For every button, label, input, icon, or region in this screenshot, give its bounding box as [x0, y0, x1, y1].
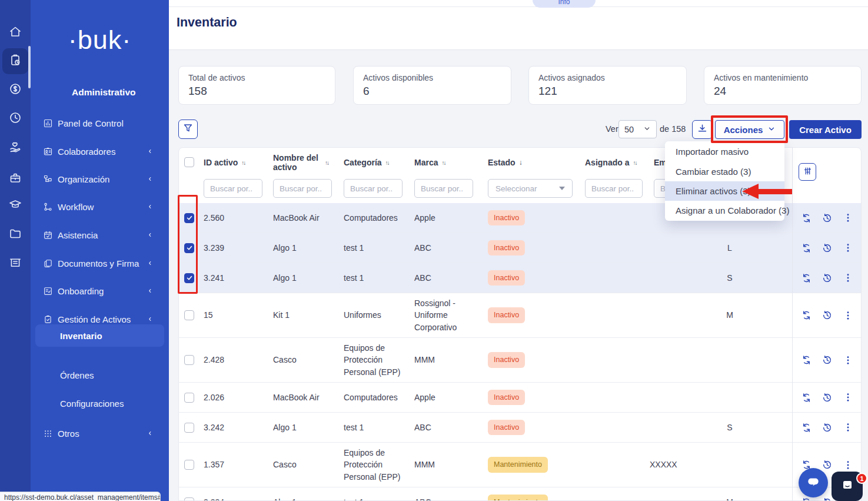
download-button[interactable]	[692, 120, 713, 139]
time-clock-icon	[8, 111, 22, 127]
history-icon[interactable]	[820, 241, 834, 255]
rail-item-home-icon[interactable]	[0, 20, 31, 46]
cell-marca: MMM	[414, 338, 482, 382]
crear-activo-button[interactable]: Crear Activo	[789, 120, 862, 139]
change-status-icon[interactable]	[799, 353, 813, 367]
filter-input[interactable]	[414, 179, 473, 198]
cell-id-activo: 3.242	[204, 413, 265, 442]
rail-item-time-clock-icon[interactable]	[0, 106, 31, 132]
history-icon[interactable]	[820, 271, 834, 285]
stat-value: 6	[363, 85, 501, 98]
cell-talla	[711, 338, 748, 382]
chevron-left-icon	[147, 287, 153, 294]
row-checkbox[interactable]	[184, 393, 194, 403]
filter-button[interactable]	[178, 120, 198, 139]
rail-item-asset-clipboard-icon[interactable]	[0, 48, 31, 74]
menu-item-asignar-a-un-colaborador-3[interactable]: Asignar a un Colaborador (3)	[665, 201, 784, 220]
more-options-icon[interactable]	[841, 420, 855, 434]
history-icon[interactable]	[820, 211, 834, 225]
sort-icon: ↑↓	[441, 160, 445, 166]
change-status-icon[interactable]	[799, 308, 813, 323]
column-header-categori-a[interactable]: Categoría↑↓	[344, 148, 410, 177]
page-size-select[interactable]: 50	[618, 120, 657, 138]
sidebar-item-asistencia[interactable]: Asistencia	[31, 223, 169, 247]
cell-categoria: Uniformes	[344, 293, 410, 337]
history-icon[interactable]	[820, 420, 834, 434]
cell-id-activo: 3.241	[204, 263, 265, 293]
chat-launcher-button[interactable]	[799, 468, 828, 497]
more-options-icon[interactable]	[841, 353, 855, 367]
sidebar-subitem-o-rdenes[interactable]: Órdenes	[35, 364, 164, 386]
history-icon[interactable]	[820, 353, 834, 367]
sidebar: ·buk· Administrativo Panel de Control Co…	[31, 0, 169, 501]
more-options-icon[interactable]	[841, 271, 855, 285]
dashboard-icon	[42, 118, 53, 128]
history-icon[interactable]	[820, 308, 834, 323]
rail-item-benefits-hand-heart-icon[interactable]	[0, 135, 31, 161]
cell-empresa	[650, 383, 714, 412]
cell-marca: MMM	[414, 443, 482, 487]
history-icon[interactable]	[820, 458, 834, 472]
sidebar-item-colaboradores[interactable]: Colaboradores	[31, 140, 169, 163]
sidebar-item-onboarding[interactable]: Onboarding	[31, 279, 169, 303]
column-header-nombre-del-activo[interactable]: Nombre del activo↑↓	[273, 148, 330, 177]
status-badge: Inactivo	[488, 210, 525, 225]
sidebar-item-documentos-y-firma[interactable]: Documentos y Firma	[31, 251, 169, 275]
more-options-icon[interactable]	[841, 458, 855, 472]
sidebar-subitem-inventario[interactable]: Inventario	[35, 324, 164, 347]
cell-id-activo: 2.026	[204, 383, 265, 412]
history-icon[interactable]	[820, 390, 834, 404]
column-header-asignado-a[interactable]: Asignado a↑↓	[585, 148, 647, 177]
cell-talla: L	[711, 233, 748, 263]
row-checkbox[interactable]	[184, 310, 194, 320]
rail-item-files-folder-icon[interactable]	[0, 222, 31, 248]
filter-input[interactable]	[585, 179, 643, 198]
column-header-marca[interactable]: Marca↑↓	[414, 148, 482, 177]
filter-input[interactable]	[273, 179, 332, 198]
rail-item-remunerations-dollar-icon[interactable]	[0, 77, 31, 103]
cell-talla: M	[711, 293, 748, 337]
filter-input[interactable]	[344, 179, 403, 198]
stat-label: Activos disponibles	[363, 73, 501, 82]
row-checkbox[interactable]	[184, 355, 194, 365]
rail-item-marketplace-store-icon[interactable]	[0, 251, 31, 277]
change-status-icon[interactable]	[799, 420, 813, 434]
cell-asignado	[585, 293, 647, 337]
row-checkbox[interactable]	[184, 423, 194, 433]
cell-categoria: test 1	[344, 487, 410, 501]
column-header-estado[interactable]: Estado↓	[488, 148, 576, 177]
annotation-arrow	[758, 189, 792, 194]
sidebar-item-panel-de-control[interactable]: Panel de Control	[31, 111, 169, 135]
menu-item-cambiar-estado-3[interactable]: Cambiar estado (3)	[665, 161, 784, 181]
select-all-checkbox[interactable]	[184, 157, 194, 167]
change-status-icon[interactable]	[799, 390, 813, 404]
filter-input[interactable]	[204, 179, 262, 198]
row-checkbox[interactable]	[184, 460, 194, 470]
more-options-icon[interactable]	[841, 211, 855, 225]
more-options-icon[interactable]	[841, 241, 855, 255]
cell-nombre: Algo 1	[273, 233, 330, 263]
column-settings-button[interactable]	[799, 163, 816, 181]
home-icon	[8, 25, 22, 41]
cell-id-activo: 3.239	[204, 233, 265, 263]
more-options-icon[interactable]	[841, 390, 855, 404]
change-status-icon[interactable]	[799, 241, 813, 255]
rail-item-talent-box-icon[interactable]	[0, 166, 31, 192]
sidebar-item-otros[interactable]: Otros	[31, 422, 169, 445]
cell-categoria: Equipos de Protección Personal (EPP)	[344, 443, 410, 487]
row-checkbox[interactable]	[184, 497, 194, 501]
rail-item-training-grad-cap-icon[interactable]	[0, 193, 31, 218]
change-status-icon[interactable]	[799, 271, 813, 285]
sidebar-item-organizacio-n[interactable]: Organización	[31, 167, 169, 191]
funnel-icon	[182, 122, 194, 136]
sort-icon: ↑↓	[385, 160, 389, 166]
sidebar-item-label: Organización	[58, 174, 109, 184]
cell-asignado	[585, 233, 647, 263]
menu-item-importador-masivo[interactable]: Importador masivo	[665, 142, 784, 161]
column-header-id-activo[interactable]: ID activo↑↓	[204, 148, 265, 177]
sidebar-item-workflow[interactable]: Workflow	[31, 195, 169, 218]
change-status-icon[interactable]	[799, 211, 813, 225]
estado-filter-select[interactable]: Seleccionar	[488, 179, 573, 198]
sidebar-subitem-configuraciones[interactable]: Configuraciones	[35, 392, 164, 414]
more-options-icon[interactable]	[841, 308, 855, 323]
